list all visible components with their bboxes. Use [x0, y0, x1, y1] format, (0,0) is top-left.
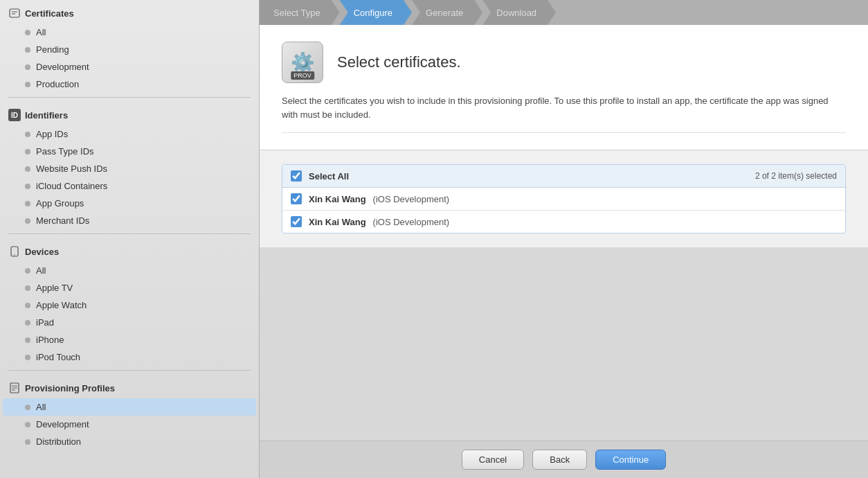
sidebar-item-all-devices[interactable]: All: [0, 262, 259, 279]
sidebar-bullet: [25, 303, 30, 308]
sidebar: CertificatesAllPendingDevelopmentProduct…: [0, 0, 260, 478]
select-all-label: Select All: [309, 171, 349, 182]
sidebar-label-app-groups: App Groups: [36, 198, 84, 209]
sidebar-item-development-certs[interactable]: Development: [0, 58, 259, 76]
cert-list-container: Select All 2 of 2 item(s) selected Xin K…: [282, 164, 846, 233]
sidebar-section-title-certificates: Certificates: [25, 8, 74, 19]
sidebar-divider: [8, 370, 251, 371]
sidebar-item-development-profiles[interactable]: Development: [0, 416, 259, 433]
cert-icon: [8, 7, 21, 19]
bottom-area: [260, 247, 868, 441]
sidebar-section-title-devices: Devices: [25, 247, 59, 257]
sidebar-label-apple-tv: Apple TV: [36, 283, 73, 293]
sidebar-label-distribution-profiles: Distribution: [36, 436, 81, 447]
sidebar-bullet: [25, 30, 30, 35]
sidebar-divider: [8, 233, 251, 234]
sidebar-label-development-certs: Development: [36, 62, 89, 72]
sidebar-item-pending-certs[interactable]: Pending: [0, 41, 259, 58]
sidebar-bullet: [25, 64, 30, 70]
prov-icon-label: PROV: [291, 71, 314, 80]
sidebar-bullet: [25, 337, 30, 343]
sidebar-section-title-identifiers: Identifiers: [25, 110, 68, 121]
sidebar-label-merchant-ids: Merchant IDs: [36, 215, 89, 226]
sidebar-item-distribution-profiles[interactable]: Distribution: [0, 433, 259, 450]
sidebar-item-pass-type-ids[interactable]: Pass Type IDs: [0, 143, 259, 160]
cert-type-cert-1: (iOS Development): [373, 194, 450, 204]
content-title: Select certificates.: [337, 53, 461, 71]
sidebar-section-identifiers: IDIdentifiers: [0, 102, 259, 125]
sidebar-bullet: [25, 132, 30, 137]
back-button[interactable]: Back: [532, 450, 587, 470]
sidebar-label-ipad: iPad: [36, 317, 54, 328]
content-header: ⚙️ PROV Select certificates.: [282, 42, 846, 83]
sidebar-bullet: [25, 405, 30, 410]
cert-row-cert-2[interactable]: Xin Kai Wang (iOS Development): [282, 211, 845, 233]
sidebar-bullet: [25, 184, 30, 189]
sidebar-section-provisioning-profiles: Provisioning Profiles: [0, 375, 259, 398]
sidebar-item-production-certs[interactable]: Production: [0, 76, 259, 93]
sidebar-divider: [8, 97, 251, 98]
sidebar-label-development-profiles: Development: [36, 419, 89, 430]
prov-icon-inner: ⚙️: [291, 51, 315, 74]
step-download[interactable]: Download: [482, 0, 556, 25]
step-generate[interactable]: Generate: [412, 0, 482, 25]
sidebar-label-website-push-ids: Website Push IDs: [36, 163, 107, 174]
sidebar-label-all-profiles: All: [36, 402, 46, 412]
sidebar-section-devices: Devices: [0, 238, 259, 262]
items-selected-count: 2 of 2 item(s) selected: [755, 171, 837, 181]
sidebar-item-all-profiles[interactable]: All: [3, 398, 256, 416]
sidebar-bullet: [25, 355, 30, 360]
device-icon: [8, 245, 21, 258]
cert-name-cert-1: Xin Kai Wang: [309, 194, 366, 204]
sidebar-section-title-provisioning-profiles: Provisioning Profiles: [25, 383, 115, 393]
sidebar-bullet: [25, 166, 30, 172]
sidebar-item-ipod-touch[interactable]: iPod Touch: [0, 348, 259, 366]
content-description: Select the certificates you wish to incl…: [282, 94, 846, 133]
cert-checkbox-cert-2[interactable]: [291, 216, 302, 227]
svg-rect-0: [10, 9, 19, 17]
sidebar-bullet: [25, 218, 30, 224]
step-select-type[interactable]: Select Type: [260, 0, 340, 25]
prov-icon: [8, 382, 21, 394]
sidebar-label-ipod-touch: iPod Touch: [36, 352, 80, 362]
sidebar-label-pending-certs: Pending: [36, 44, 69, 55]
sidebar-item-website-push-ids[interactable]: Website Push IDs: [0, 160, 259, 177]
cancel-button[interactable]: Cancel: [462, 450, 524, 470]
sidebar-label-iphone: iPhone: [36, 335, 64, 345]
sidebar-bullet: [25, 82, 30, 87]
prov-icon: ⚙️ PROV: [282, 42, 323, 83]
sidebar-label-all-devices: All: [36, 265, 46, 276]
sidebar-item-app-ids[interactable]: App IDs: [0, 125, 259, 143]
sidebar-bullet: [25, 285, 30, 291]
footer: Cancel Back Continue: [260, 441, 868, 478]
sidebar-item-iphone[interactable]: iPhone: [0, 331, 259, 348]
sidebar-label-app-ids: App IDs: [36, 129, 68, 139]
select-all-row[interactable]: Select All 2 of 2 item(s) selected: [282, 165, 845, 188]
sidebar-bullet: [25, 149, 30, 154]
sidebar-bullet: [25, 439, 30, 445]
sidebar-label-pass-type-ids: Pass Type IDs: [36, 146, 94, 157]
cert-row-cert-1[interactable]: Xin Kai Wang (iOS Development): [282, 188, 845, 211]
sidebar-item-icloud-containers[interactable]: iCloud Containers: [0, 177, 259, 195]
sidebar-bullet: [25, 201, 30, 206]
sidebar-item-apple-watch[interactable]: Apple Watch: [0, 296, 259, 314]
continue-button[interactable]: Continue: [595, 450, 666, 470]
sidebar-item-merchant-ids[interactable]: Merchant IDs: [0, 212, 259, 229]
cert-name-cert-2: Xin Kai Wang: [309, 217, 366, 227]
sidebar-label-production-certs: Production: [36, 79, 79, 89]
sidebar-label-apple-watch: Apple Watch: [36, 300, 87, 310]
sidebar-bullet: [25, 422, 30, 427]
sidebar-item-app-groups[interactable]: App Groups: [0, 195, 259, 212]
main-content: Select TypeConfigureGenerateDownload ⚙️ …: [260, 0, 868, 478]
cert-checkbox-cert-1[interactable]: [291, 193, 302, 204]
sidebar-label-all-certs: All: [36, 27, 46, 37]
steps-bar: Select TypeConfigureGenerateDownload: [260, 0, 868, 25]
sidebar-item-ipad[interactable]: iPad: [0, 314, 259, 331]
select-all-checkbox[interactable]: [291, 170, 302, 182]
sidebar-bullet: [25, 320, 30, 326]
step-configure[interactable]: Configure: [340, 0, 412, 25]
sidebar-item-apple-tv[interactable]: Apple TV: [0, 279, 259, 296]
cert-type-cert-2: (iOS Development): [373, 217, 450, 227]
svg-point-2: [14, 254, 15, 256]
sidebar-item-all-certs[interactable]: All: [0, 24, 259, 41]
